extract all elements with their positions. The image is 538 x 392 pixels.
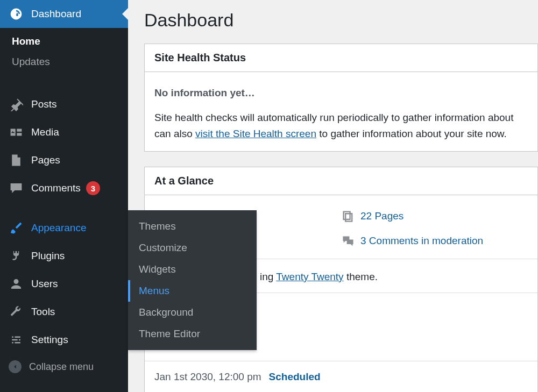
admin-sidebar: Dashboard Home Updates Posts Media P [0,0,128,392]
dashboard-submenu: Home Updates [0,28,128,79]
menu-posts-label: Posts [31,98,57,110]
wrench-icon [9,304,24,319]
menu-appearance-label: Appearance [31,222,86,234]
flyout-menus[interactable]: Menus [128,280,257,302]
menu-collapse-label: Collapse menu [29,361,94,373]
menu-separator [0,79,128,90]
flyout-themes[interactable]: Themes [128,216,257,237]
menu-media-label: Media [31,126,59,138]
site-health-link[interactable]: visit the Site Health screen [195,128,316,139]
menu-comments-label: Comments [31,182,81,194]
menu-media[interactable]: Media [0,118,128,146]
scheduled-date: Jan 1st 2030, 12:00 pm [154,371,261,383]
collapse-icon [9,360,22,373]
pin-icon [9,97,24,112]
menu-tools[interactable]: Tools [0,298,128,326]
user-icon [9,276,24,291]
site-health-body: No information yet… Site health checks w… [145,72,537,151]
menu-collapse[interactable]: Collapse menu [0,354,128,380]
page-icon [9,153,24,168]
menu-appearance[interactable]: Appearance [0,214,128,242]
flyout-customize[interactable]: Customize [128,237,257,259]
menu-separator [0,202,128,214]
glance-pages-label: 22 Pages [360,210,404,222]
site-health-box: Site Health Status No information yet… S… [144,44,538,152]
menu-tools-label: Tools [31,306,55,318]
menu-dashboard-label: Dashboard [31,8,81,20]
menu-pages[interactable]: Pages [0,146,128,174]
glance-pages[interactable]: 22 Pages [341,204,528,229]
site-health-header: Site Health Status [145,44,537,72]
brush-icon [9,220,24,236]
menu-users[interactable]: Users [0,270,128,298]
menu-pages-label: Pages [31,154,60,166]
glance-comments-moderation[interactable]: 3 Comments in moderation [341,229,528,253]
menu-posts[interactable]: Posts [0,90,128,118]
page-title: Dashboard [144,10,538,31]
menu-users-label: Users [31,278,58,290]
site-health-text: Site health checks will automatically ru… [154,110,528,142]
menu-plugins-label: Plugins [31,250,65,262]
menu-plugins[interactable]: Plugins [0,242,128,270]
menu-dashboard[interactable]: Dashboard [0,0,128,28]
comment-icon [9,181,24,196]
theme-link[interactable]: Twenty Twenty [276,271,343,282]
menu-comments[interactable]: Comments 3 [0,174,128,202]
glance-header: At a Glance [145,167,537,195]
media-icon [9,125,24,140]
flyout-background[interactable]: Background [128,302,257,323]
appearance-flyout: Themes Customize Widgets Menus Backgroun… [128,210,257,350]
glance-comments-label: 3 Comments in moderation [360,235,483,247]
flyout-theme-editor[interactable]: Theme Editor [128,323,257,345]
menu-settings-label: Settings [31,334,68,346]
submenu-updates[interactable]: Updates [0,52,128,72]
menu-settings[interactable]: Settings [0,326,128,354]
pages-icon [341,209,355,223]
scheduled-row[interactable]: Jan 1st 2030, 12:00 pm Scheduled [145,361,537,392]
dashboard-icon [9,6,24,22]
scheduled-status: Scheduled [269,371,321,383]
settings-icon [9,332,24,347]
submenu-home[interactable]: Home [0,31,128,52]
flyout-widgets[interactable]: Widgets [128,259,257,280]
site-health-noinfo: No information yet… [154,87,528,99]
comments-icon [341,234,355,248]
comments-badge: 3 [86,181,100,195]
plug-icon [9,248,24,263]
